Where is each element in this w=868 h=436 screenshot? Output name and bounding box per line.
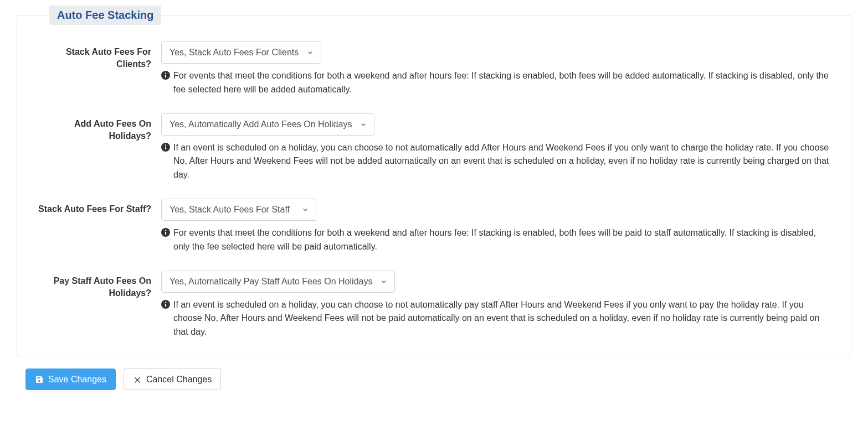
help-holidays-pay-staff: If an event is scheduled on a holiday, y… [161,298,834,339]
chevron-down-icon [359,121,367,128]
select-stack-clients[interactable]: Yes, Stack Auto Fees For Clients [161,41,321,64]
svg-rect-10 [165,304,166,307]
select-stack-staff-value: Yes, Stack Auto Fees For Staff [170,205,290,214]
info-icon [161,143,170,152]
row-stack-staff: Stack Auto Fees For Staff? Yes, Stack Au… [34,199,834,254]
save-icon [35,375,44,384]
svg-point-5 [165,144,166,146]
help-holidays-add-text: If an event is scheduled on a holiday, y… [173,141,834,182]
auto-fee-stacking-panel: Auto Fee Stacking Stack Auto Fees For Cl… [17,6,851,356]
help-stack-staff-text: For events that meet the conditions for … [173,226,834,254]
svg-point-8 [165,230,166,231]
select-stack-staff[interactable]: Yes, Stack Auto Fees For Staff [161,199,316,221]
row-holidays-add: Add Auto Fees On Holidays? Yes, Automati… [34,113,834,182]
close-icon [133,375,142,384]
select-holidays-add-value: Yes, Automatically Add Auto Fees On Holi… [170,120,352,129]
row-stack-clients: Stack Auto Fees For Clients? Yes, Stack … [34,41,834,97]
help-holidays-add: If an event is scheduled on a holiday, y… [161,141,834,182]
select-holidays-pay-staff-value: Yes, Automatically Pay Staff Auto Fees O… [170,277,372,286]
help-stack-staff: For events that meet the conditions for … [161,226,834,254]
svg-point-2 [165,72,166,74]
help-stack-clients: For events that meet the conditions for … [161,69,834,97]
svg-rect-1 [165,75,166,77]
cancel-button-label: Cancel Changes [146,374,212,385]
label-holidays-pay-staff: Pay Staff Auto Fees On Holidays? [34,271,161,300]
info-icon [161,71,170,80]
svg-rect-4 [165,147,166,149]
select-holidays-pay-staff[interactable]: Yes, Automatically Pay Staff Auto Fees O… [161,271,395,293]
help-stack-clients-text: For events that meet the conditions for … [173,69,834,97]
chevron-down-icon [380,278,388,286]
panel-title: Auto Fee Stacking [49,6,161,25]
help-holidays-pay-staff-text: If an event is scheduled on a holiday, y… [173,298,834,339]
chevron-down-icon [306,49,314,56]
save-button[interactable]: Save Changes [25,368,116,390]
label-holidays-add: Add Auto Fees On Holidays? [34,113,161,143]
svg-point-11 [165,302,166,303]
cancel-button[interactable]: Cancel Changes [124,368,221,390]
select-holidays-add[interactable]: Yes, Automatically Add Auto Fees On Holi… [161,113,374,136]
save-button-label: Save Changes [48,374,106,385]
chevron-down-icon [301,206,309,214]
svg-rect-7 [165,232,166,235]
info-icon [161,300,170,309]
info-icon [161,228,170,237]
select-stack-clients-value: Yes, Stack Auto Fees For Clients [170,48,299,57]
label-stack-staff: Stack Auto Fees For Staff? [34,199,161,215]
row-holidays-pay-staff: Pay Staff Auto Fees On Holidays? Yes, Au… [34,271,834,339]
button-bar: Save Changes Cancel Changes [17,368,851,390]
label-stack-clients: Stack Auto Fees For Clients? [34,41,161,71]
